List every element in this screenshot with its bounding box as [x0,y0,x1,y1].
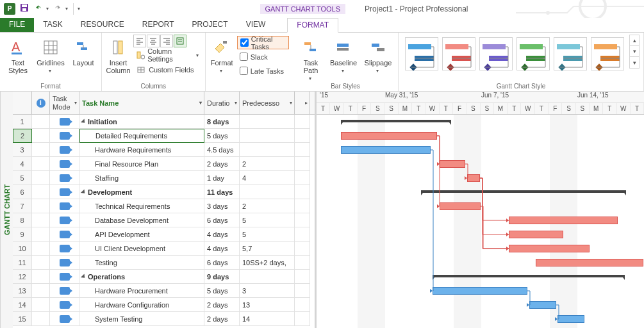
add-cell[interactable] [295,171,310,185]
duration-cell[interactable]: 6 days [204,213,240,227]
dropdown-icon[interactable]: ▾ [235,100,237,106]
info-cell[interactable] [32,270,50,284]
summary-bar[interactable] [433,275,625,277]
predecessor-cell[interactable]: 4 [240,171,295,185]
add-cell[interactable] [295,270,310,284]
task-bar[interactable] [536,259,643,266]
slack-checkbox[interactable]: Slack [237,50,289,63]
mode-cell[interactable] [50,227,79,242]
task-name-cell[interactable]: System Testing [79,312,204,326]
align-center-button[interactable] [147,35,160,47]
predecessor-cell[interactable]: 13 [240,298,295,312]
mode-cell[interactable] [50,312,79,326]
duration-cell[interactable]: 4.5 days [204,143,240,157]
predecessor-cell[interactable] [240,143,295,157]
table-row[interactable]: 9API Development4 days5 [13,227,315,242]
undo-icon[interactable] [33,3,44,15]
save-icon[interactable] [19,3,29,15]
predecessor-cell[interactable]: 5,7 [240,242,295,256]
predecessor-cell[interactable] [240,115,295,129]
row-number[interactable]: 10 [13,242,32,256]
mode-cell[interactable] [50,199,79,213]
duration-cell[interactable]: 4 days [204,227,240,242]
dropdown-icon[interactable]: ▾ [199,100,202,106]
row-number[interactable]: 11 [13,256,32,270]
row-number[interactable]: 12 [13,270,32,284]
late-tasks-checkbox[interactable]: Late Tasks [237,64,289,78]
info-cell[interactable] [32,171,50,185]
task-bar[interactable] [529,301,556,309]
summary-bar[interactable] [341,120,451,122]
add-cell[interactable] [295,298,310,312]
duration-cell[interactable]: 11 days [204,185,240,199]
col-info[interactable]: i [32,92,50,114]
style-thumb[interactable] [405,37,438,70]
task-bar[interactable] [341,132,437,140]
duration-cell[interactable]: 9 days [204,270,240,284]
col-duration[interactable]: Duratio▾ [204,92,240,114]
chart-body[interactable] [317,115,644,328]
mode-cell[interactable] [50,242,79,256]
col-task-mode[interactable]: Task Mode▾ [50,92,79,114]
row-number[interactable]: 9 [13,227,32,242]
duration-cell[interactable]: 8 days [204,115,240,129]
critical-tasks-checkbox[interactable]: Critical Tasks [237,36,289,49]
text-styles-button[interactable]: A Text Styles [4,35,32,74]
add-cell[interactable] [295,129,310,143]
add-cell[interactable] [295,199,310,213]
duration-cell[interactable]: 1 day [204,171,240,185]
mode-cell[interactable] [50,157,79,171]
row-number[interactable]: 15 [13,312,32,326]
info-cell[interactable] [32,129,50,143]
format-button[interactable]: Format ▾ [210,35,235,74]
add-cell[interactable] [295,284,310,298]
row-number[interactable]: 2 [13,129,32,143]
dropdown-icon[interactable]: ▾ [290,100,292,106]
baseline-button[interactable]: Baseline ▾ [327,35,359,74]
custom-fields-button[interactable]: Custom Fields [133,63,201,77]
mode-cell[interactable] [50,185,79,199]
info-cell[interactable] [32,213,50,227]
style-thumb[interactable] [554,37,587,70]
predecessor-cell[interactable]: 5 [240,213,295,227]
duration-cell[interactable]: 5 days [204,129,240,143]
mode-cell[interactable] [50,256,79,270]
style-thumb[interactable] [516,37,550,70]
row-number[interactable]: 8 [13,213,32,227]
task-name-cell[interactable]: Hardware Procurement [79,284,204,298]
row-number[interactable]: 1 [13,115,32,129]
row-number[interactable]: 13 [13,284,32,298]
tab-file[interactable]: FILE [0,18,34,32]
style-thumb[interactable] [442,37,475,70]
row-number[interactable]: 5 [13,171,32,185]
insert-column-button[interactable]: Insert Column [106,35,131,74]
predecessor-cell[interactable] [240,129,295,143]
info-cell[interactable] [32,185,50,199]
info-cell[interactable] [32,256,50,270]
duration-cell[interactable]: 5 days [204,284,240,298]
style-thumb[interactable] [479,37,513,70]
wrap-text-button[interactable] [174,35,186,47]
align-right-button[interactable] [160,35,173,47]
predecessor-cell[interactable]: 2 [240,199,295,213]
add-cell[interactable] [295,185,310,199]
duration-cell[interactable]: 6 days [204,256,240,270]
predecessor-cell[interactable]: 2 [240,157,295,171]
mode-cell[interactable] [50,115,79,129]
task-name-cell[interactable]: Hardware Configuration [79,298,204,312]
add-cell[interactable] [295,157,310,171]
gallery-down-icon[interactable]: ▾ [630,46,639,57]
col-predecessors[interactable]: Predecesso▾ [240,92,295,114]
table-row[interactable]: 11Testing6 days10SS+2 days, [13,256,315,270]
task-name-cell[interactable]: Technical Requirements [79,199,204,213]
mode-cell[interactable] [50,171,79,185]
tab-report[interactable]: REPORT [133,18,183,32]
task-bar[interactable] [440,160,465,168]
col-add-new[interactable]: ▸ [295,92,310,114]
duration-cell[interactable]: 3 days [204,199,240,213]
info-cell[interactable] [32,199,50,213]
task-bar[interactable] [509,231,563,238]
row-number[interactable]: 6 [13,185,32,199]
add-cell[interactable] [295,312,310,326]
select-all-cell[interactable] [13,92,32,114]
